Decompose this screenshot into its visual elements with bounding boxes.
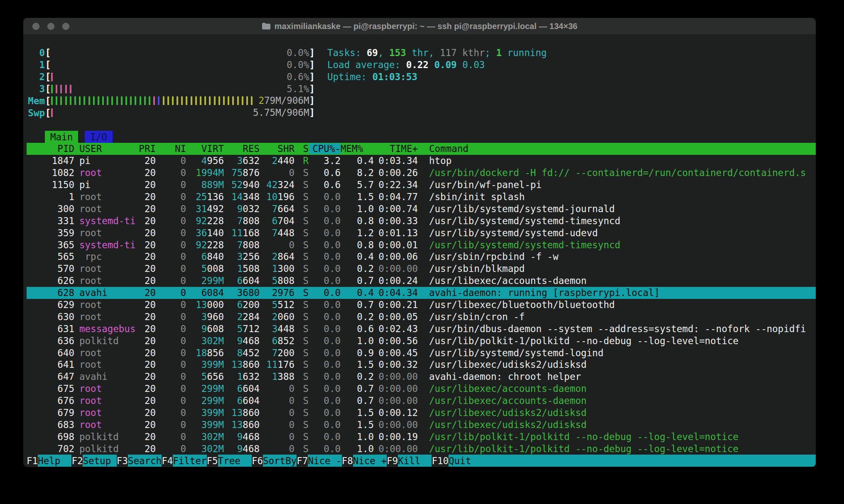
fkey-f9[interactable]: F9 [387, 455, 398, 467]
text-segment: 196 [277, 191, 294, 202]
process-row-647[interactable]: 647avahi200565616321388S0.00.20:00.00ava… [27, 371, 816, 383]
fkey-label-nice-[interactable]: Nice - [308, 455, 341, 467]
process-row-570[interactable]: 570root200500815081300S0.00.20:00.00/usr… [27, 263, 816, 275]
tab-main[interactable]: Main [45, 131, 78, 143]
text-segment: 0.8 [357, 240, 374, 250]
cell-res: 7808 [224, 215, 260, 226]
process-row-1150[interactable]: 1150pi200889M5294042324S0.65.70:22.34/us… [27, 179, 816, 191]
process-row-626[interactable]: 626root200299M66045808S0.00.70:00.24/usr… [27, 275, 816, 287]
column-header-pid[interactable]: PID [27, 143, 74, 154]
fkey-f10[interactable]: F10 [432, 455, 449, 467]
process-row-702[interactable]: 702polkitd200302M94680S0.01.00:00.00/usr… [27, 443, 816, 455]
meter-3: 5.1%] [51, 83, 315, 95]
process-row-565[interactable]: 565_rpc200684032562864S0.00.40:00.06/usr… [27, 251, 816, 263]
fkey-f8[interactable]: F8 [342, 455, 353, 467]
cell-virt: 5008 [186, 263, 224, 274]
text-segment: 20 [145, 203, 156, 214]
cell-cpu: 0.0 [309, 215, 341, 226]
column-header-shr[interactable]: SHR [260, 143, 294, 154]
tab-io[interactable]: I/O [85, 131, 113, 143]
column-header-res[interactable]: RES [224, 143, 260, 154]
text-segment: S [303, 228, 309, 238]
fkey-label-help[interactable]: Help [38, 455, 71, 467]
column-header-virt[interactable]: VIRT [186, 143, 224, 154]
column-header-ni[interactable]: NI [156, 143, 186, 154]
text-segment: 0.2 [357, 311, 374, 322]
text-segment: 5 [237, 323, 243, 334]
process-row-683[interactable]: 683root200399M138600S0.01.50:00.00/usr/l… [27, 419, 816, 431]
fkey-f4[interactable]: F4 [162, 455, 173, 467]
cell-cpu: 0.0 [309, 203, 341, 214]
text-segment: /usr/libexec/udisks2/udisksd [429, 419, 586, 430]
text-segment: 0 [180, 323, 186, 334]
process-row-641[interactable]: 641root200399M1386011176S0.01.50:00.32/u… [27, 359, 816, 371]
column-header-s[interactable]: S [294, 143, 309, 154]
process-row-300[interactable]: 300root2003149290327664S0.01.00:00.74/us… [27, 203, 816, 215]
process-row-628[interactable]: 628avahi200608436802976S0.00.40:04.34ava… [27, 287, 816, 299]
process-row-1082[interactable]: 1082root2001994M758760S0.68.20:00.26/usr… [27, 167, 816, 179]
process-row-675[interactable]: 675root200299M66040S0.00.70:00.00/usr/li… [27, 383, 816, 395]
cell-ni: 0 [156, 407, 186, 418]
fkey-label-nice+[interactable]: Nice + [353, 455, 387, 467]
text-segment: 140 [207, 228, 224, 238]
fkey-f1[interactable]: F1 [27, 455, 38, 467]
process-row-1847[interactable]: 1847pi200495636322440R3.20.40:03.34htop [27, 155, 816, 167]
text-segment: 3 [237, 155, 243, 166]
fkey-label-filter[interactable]: Filter [173, 455, 206, 467]
text-segment: 0 [180, 203, 186, 214]
process-row-1[interactable]: 1root200251361434810196S0.01.50:04.77/sb… [27, 191, 816, 203]
process-row-629[interactable]: 629root2001300062005512S0.00.70:00.21/us… [27, 299, 816, 311]
text-segment: 0.6 [357, 323, 374, 334]
close-button[interactable] [32, 23, 39, 30]
process-row-679[interactable]: 679root200399M138600S0.01.50:00.12/usr/l… [27, 407, 816, 419]
cell-cpu: 0.0 [309, 419, 341, 430]
minimize-button[interactable] [47, 23, 54, 30]
fkey-label-sortby[interactable]: SortBy [263, 455, 297, 467]
text-segment: 0.4 [357, 251, 374, 262]
text-segment: 448 [277, 228, 294, 238]
process-row-640[interactable]: 640root2001885684527200S0.00.90:00.45/us… [27, 347, 816, 359]
text-segment: 9 [201, 323, 207, 334]
column-header-mem[interactable]: MEM% [341, 143, 374, 154]
fkey-f5[interactable]: F5 [207, 455, 218, 467]
fkey-label-kill[interactable]: Kill [398, 455, 432, 467]
text-segment: 0:00.19 [378, 431, 418, 442]
zoom-button[interactable] [62, 23, 69, 30]
process-row-331[interactable]: 331systemd-ti2009222878086704S0.00.80:00… [27, 215, 816, 227]
cell-user: systemd-ti [79, 215, 137, 226]
fkey-label-search[interactable]: Search [128, 455, 162, 467]
text-segment: 0 [180, 383, 186, 394]
cell-time: 0:00.00 [374, 395, 418, 406]
column-header-user[interactable]: USER [79, 143, 137, 154]
column-header-command[interactable]: Command [429, 143, 816, 154]
text-segment: S [303, 215, 309, 226]
fkey-label-tree[interactable]: Tree [218, 455, 252, 467]
fkey-f2[interactable]: F2 [71, 455, 83, 467]
text-segment: 0.0 [324, 191, 341, 202]
process-row-636[interactable]: 636polkitd200302M94686852S0.01.00:00.56/… [27, 335, 816, 347]
fkey-label-setup[interactable]: Setup [83, 455, 116, 467]
process-row-676[interactable]: 676root200299M66040S0.00.70:00.00/usr/li… [27, 395, 816, 407]
cell-command: /usr/lib/systemd/systemd-timesyncd [429, 215, 816, 226]
meter-bar [223, 96, 225, 105]
process-row-631[interactable]: 631messagebus200960857123448S0.00.60:02.… [27, 323, 816, 335]
process-row-630[interactable]: 630root200396022842060S0.00.20:00.05/usr… [27, 311, 816, 323]
meter-bar [204, 96, 206, 105]
process-row-359[interactable]: 359root20036140111687448S0.01.20:01.13/u… [27, 227, 816, 239]
fkey-f3[interactable]: F3 [117, 455, 128, 467]
column-header-time[interactable]: TIME+ [374, 143, 418, 154]
fkey-f6[interactable]: F6 [252, 455, 263, 467]
column-header-cpu[interactable]: CPU%- [309, 143, 341, 154]
text-segment: 20 [145, 443, 156, 454]
text-segment: 664 [277, 203, 294, 214]
text-segment: 0.22 [406, 59, 434, 70]
text-segment: 20 [145, 228, 156, 238]
process-row-698[interactable]: 698polkitd200302M94680S0.01.00:00.19/usr… [27, 431, 816, 443]
fkey-label-quit[interactable]: Quit [449, 455, 482, 467]
text-segment: 856 [207, 347, 224, 358]
cell-state: S [294, 311, 309, 322]
process-row-365[interactable]: 365systemd-ti2009222878080S0.00.80:00.01… [27, 239, 816, 251]
cell-command: /usr/lib/polkit-1/polkitd --no-debug --l… [429, 431, 816, 442]
fkey-f7[interactable]: F7 [297, 455, 308, 467]
column-header-pri[interactable]: PRI [137, 143, 156, 154]
